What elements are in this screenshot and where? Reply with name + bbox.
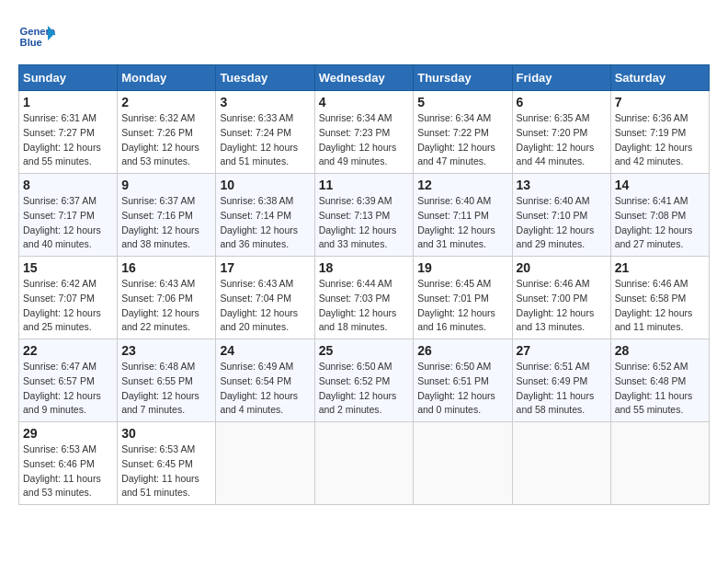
column-header-friday: Friday <box>512 65 610 91</box>
day-info: Sunrise: 6:44 AMSunset: 7:03 PMDaylight:… <box>319 278 397 332</box>
calendar-table: SundayMondayTuesdayWednesdayThursdayFrid… <box>18 64 710 505</box>
calendar-cell: 24 Sunrise: 6:49 AMSunset: 6:54 PMDaylig… <box>216 339 314 422</box>
calendar-cell: 1 Sunrise: 6:31 AMSunset: 7:27 PMDayligh… <box>19 91 118 174</box>
day-number: 27 <box>517 343 607 358</box>
day-number: 6 <box>517 95 607 109</box>
day-number: 2 <box>121 95 211 109</box>
calendar-week-1: 1 Sunrise: 6:31 AMSunset: 7:27 PMDayligh… <box>19 91 710 174</box>
header: General Blue <box>18 18 710 55</box>
calendar-week-2: 8 Sunrise: 6:37 AMSunset: 7:17 PMDayligh… <box>19 174 710 257</box>
day-number: 19 <box>417 260 507 275</box>
calendar-cell <box>216 422 314 505</box>
day-number: 21 <box>615 260 705 275</box>
calendar-cell <box>414 422 512 505</box>
day-info: Sunrise: 6:43 AMSunset: 7:06 PMDaylight:… <box>121 278 199 332</box>
calendar-cell: 30 Sunrise: 6:53 AMSunset: 6:45 PMDaylig… <box>118 422 216 505</box>
calendar-cell: 12 Sunrise: 6:40 AMSunset: 7:11 PMDaylig… <box>414 174 512 257</box>
day-number: 17 <box>220 260 310 275</box>
day-info: Sunrise: 6:51 AMSunset: 6:49 PMDaylight:… <box>517 361 595 415</box>
day-info: Sunrise: 6:36 AMSunset: 7:19 PMDaylight:… <box>615 112 693 167</box>
column-header-wednesday: Wednesday <box>314 65 414 91</box>
day-info: Sunrise: 6:37 AMSunset: 7:16 PMDaylight:… <box>121 195 199 249</box>
calendar-cell: 13 Sunrise: 6:40 AMSunset: 7:10 PMDaylig… <box>512 174 610 257</box>
day-info: Sunrise: 6:40 AMSunset: 7:11 PMDaylight:… <box>417 195 495 249</box>
day-info: Sunrise: 6:34 AMSunset: 7:23 PMDaylight:… <box>319 112 397 167</box>
day-info: Sunrise: 6:50 AMSunset: 6:52 PMDaylight:… <box>319 361 397 415</box>
day-number: 8 <box>23 178 113 192</box>
calendar-cell: 21 Sunrise: 6:46 AMSunset: 6:58 PMDaylig… <box>610 257 709 339</box>
calendar-cell: 28 Sunrise: 6:52 AMSunset: 6:48 PMDaylig… <box>610 339 709 422</box>
day-info: Sunrise: 6:35 AMSunset: 7:20 PMDaylight:… <box>517 112 595 167</box>
day-number: 10 <box>220 178 310 192</box>
column-header-thursday: Thursday <box>414 65 512 91</box>
calendar-cell: 23 Sunrise: 6:48 AMSunset: 6:55 PMDaylig… <box>118 339 216 422</box>
calendar-cell <box>610 422 709 505</box>
calendar-cell: 6 Sunrise: 6:35 AMSunset: 7:20 PMDayligh… <box>512 91 610 174</box>
calendar-cell: 10 Sunrise: 6:38 AMSunset: 7:14 PMDaylig… <box>216 174 314 257</box>
column-header-sunday: Sunday <box>19 65 118 91</box>
calendar-cell: 4 Sunrise: 6:34 AMSunset: 7:23 PMDayligh… <box>314 91 414 174</box>
calendar-week-5: 29 Sunrise: 6:53 AMSunset: 6:46 PMDaylig… <box>19 422 710 505</box>
day-info: Sunrise: 6:42 AMSunset: 7:07 PMDaylight:… <box>23 278 101 332</box>
calendar-cell <box>512 422 610 505</box>
day-number: 13 <box>517 178 607 192</box>
day-info: Sunrise: 6:37 AMSunset: 7:17 PMDaylight:… <box>23 195 101 249</box>
calendar-cell: 19 Sunrise: 6:45 AMSunset: 7:01 PMDaylig… <box>414 257 512 339</box>
day-number: 18 <box>319 260 410 275</box>
day-info: Sunrise: 6:53 AMSunset: 6:45 PMDaylight:… <box>121 443 199 498</box>
day-info: Sunrise: 6:39 AMSunset: 7:13 PMDaylight:… <box>319 195 397 249</box>
calendar-cell: 16 Sunrise: 6:43 AMSunset: 7:06 PMDaylig… <box>118 257 216 339</box>
day-number: 26 <box>417 343 507 358</box>
calendar-cell: 26 Sunrise: 6:50 AMSunset: 6:51 PMDaylig… <box>414 339 512 422</box>
calendar-cell: 8 Sunrise: 6:37 AMSunset: 7:17 PMDayligh… <box>19 174 118 257</box>
calendar-cell: 14 Sunrise: 6:41 AMSunset: 7:08 PMDaylig… <box>610 174 709 257</box>
calendar-cell: 2 Sunrise: 6:32 AMSunset: 7:26 PMDayligh… <box>118 91 216 174</box>
day-number: 11 <box>319 178 410 192</box>
calendar-cell: 29 Sunrise: 6:53 AMSunset: 6:46 PMDaylig… <box>19 422 118 505</box>
calendar-week-3: 15 Sunrise: 6:42 AMSunset: 7:07 PMDaylig… <box>19 257 710 339</box>
day-info: Sunrise: 6:46 AMSunset: 6:58 PMDaylight:… <box>615 278 693 332</box>
day-number: 4 <box>319 95 410 109</box>
calendar-cell: 3 Sunrise: 6:33 AMSunset: 7:24 PMDayligh… <box>216 91 314 174</box>
day-info: Sunrise: 6:38 AMSunset: 7:14 PMDaylight:… <box>220 195 298 249</box>
calendar-cell <box>314 422 414 505</box>
day-info: Sunrise: 6:33 AMSunset: 7:24 PMDaylight:… <box>220 112 298 167</box>
day-number: 29 <box>23 426 113 441</box>
day-info: Sunrise: 6:46 AMSunset: 7:00 PMDaylight:… <box>517 278 595 332</box>
day-number: 14 <box>615 178 705 192</box>
day-number: 30 <box>121 426 211 441</box>
calendar-body: 1 Sunrise: 6:31 AMSunset: 7:27 PMDayligh… <box>19 91 710 505</box>
day-info: Sunrise: 6:31 AMSunset: 7:27 PMDaylight:… <box>23 112 101 167</box>
calendar-cell: 11 Sunrise: 6:39 AMSunset: 7:13 PMDaylig… <box>314 174 414 257</box>
calendar-cell: 25 Sunrise: 6:50 AMSunset: 6:52 PMDaylig… <box>314 339 414 422</box>
day-info: Sunrise: 6:53 AMSunset: 6:46 PMDaylight:… <box>23 443 101 498</box>
day-info: Sunrise: 6:50 AMSunset: 6:51 PMDaylight:… <box>417 361 495 415</box>
calendar-cell: 5 Sunrise: 6:34 AMSunset: 7:22 PMDayligh… <box>414 91 512 174</box>
day-info: Sunrise: 6:40 AMSunset: 7:10 PMDaylight:… <box>517 195 595 249</box>
day-info: Sunrise: 6:48 AMSunset: 6:55 PMDaylight:… <box>121 361 199 415</box>
calendar-cell: 15 Sunrise: 6:42 AMSunset: 7:07 PMDaylig… <box>19 257 118 339</box>
day-number: 25 <box>319 343 410 358</box>
logo: General Blue <box>18 18 60 55</box>
day-info: Sunrise: 6:52 AMSunset: 6:48 PMDaylight:… <box>615 361 693 415</box>
calendar-cell: 18 Sunrise: 6:44 AMSunset: 7:03 PMDaylig… <box>314 257 414 339</box>
day-info: Sunrise: 6:43 AMSunset: 7:04 PMDaylight:… <box>220 278 298 332</box>
column-header-tuesday: Tuesday <box>216 65 314 91</box>
svg-text:Blue: Blue <box>20 37 42 48</box>
day-number: 3 <box>220 95 310 109</box>
day-number: 12 <box>417 178 507 192</box>
day-number: 15 <box>23 260 113 275</box>
day-info: Sunrise: 6:45 AMSunset: 7:01 PMDaylight:… <box>417 278 495 332</box>
calendar-cell: 22 Sunrise: 6:47 AMSunset: 6:57 PMDaylig… <box>19 339 118 422</box>
day-number: 28 <box>615 343 705 358</box>
day-number: 5 <box>417 95 507 109</box>
day-number: 16 <box>121 260 211 275</box>
calendar-header-row: SundayMondayTuesdayWednesdayThursdayFrid… <box>19 65 710 91</box>
day-number: 9 <box>121 178 211 192</box>
column-header-saturday: Saturday <box>610 65 709 91</box>
day-info: Sunrise: 6:32 AMSunset: 7:26 PMDaylight:… <box>121 112 199 167</box>
day-number: 23 <box>121 343 211 358</box>
calendar-cell: 9 Sunrise: 6:37 AMSunset: 7:16 PMDayligh… <box>118 174 216 257</box>
day-info: Sunrise: 6:41 AMSunset: 7:08 PMDaylight:… <box>615 195 693 249</box>
calendar-cell: 7 Sunrise: 6:36 AMSunset: 7:19 PMDayligh… <box>610 91 709 174</box>
